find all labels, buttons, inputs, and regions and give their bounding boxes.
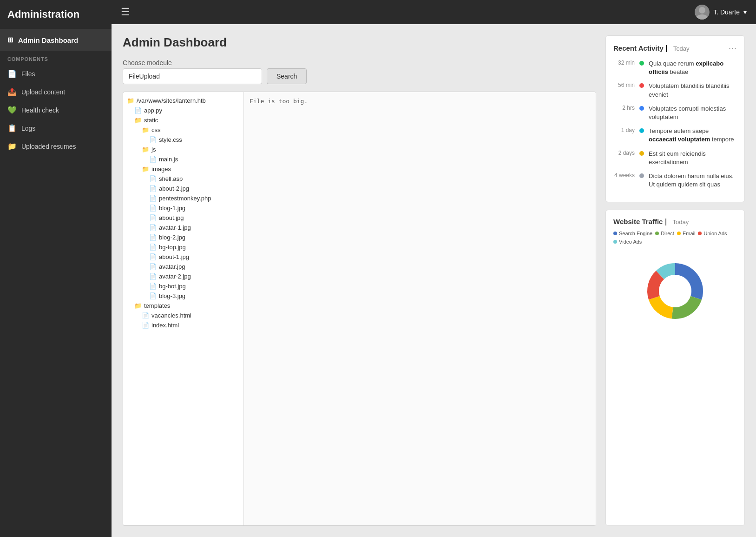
tree-item-index-html[interactable]: 📄index.html (123, 320, 243, 330)
activity-time-1: 56 min (613, 82, 635, 88)
avatar-jpg-icon: 📄 (149, 263, 157, 270)
files-icon: 📄 (7, 69, 17, 78)
activity-item-0: 32 min Quia quae rerum explicabo officii… (613, 60, 737, 76)
module-row: Search (123, 68, 596, 84)
app-py-label: app.py (144, 107, 162, 114)
sidebar-item-files[interactable]: 📄Files (0, 65, 112, 83)
activity-text-2: Voluptates corrupti molestias voluptatem (649, 105, 737, 121)
activity-dot-5 (639, 173, 644, 178)
topbar: ☰ T. Duarte ▾ (112, 0, 756, 24)
sidebar-components-label: COMPONENTS (0, 51, 112, 65)
css-label: css (151, 126, 161, 133)
legend-label-2: Email (683, 231, 696, 236)
activity-list: 32 min Quia quae rerum explicabo officii… (613, 60, 737, 189)
tree-item-images[interactable]: 📁images (123, 164, 243, 174)
bg-top-jpg-icon: 📄 (149, 244, 157, 251)
ra-title-group: Recent Activity | Today (613, 44, 690, 53)
activity-dot-4 (639, 151, 644, 156)
templates-icon: 📁 (134, 302, 142, 309)
static-icon: 📁 (134, 117, 142, 124)
main-js-icon: 📄 (149, 156, 157, 163)
health-check-icon: 💚 (7, 106, 17, 114)
svg-point-1 (697, 14, 708, 20)
user-info[interactable]: T. Duarte ▾ (695, 5, 747, 20)
activity-time-0: 32 min (613, 60, 635, 66)
legend-label-3: Union Ads (703, 231, 727, 236)
sidebar-items: 📄Files📤Upload content💚Health check📋Logs📁… (0, 65, 112, 155)
tree-item-blog-3-jpg[interactable]: 📄blog-3.jpg (123, 291, 243, 301)
shell-asp-icon: 📄 (149, 175, 157, 182)
images-icon: 📁 (142, 166, 149, 172)
tree-item-about-1-jpg[interactable]: 📄about-1.jpg (123, 252, 243, 262)
tree-item-shell-asp[interactable]: 📄shell.asp (123, 174, 243, 184)
activity-item-3: 1 day Tempore autem saepe occaecati volu… (613, 127, 737, 144)
tree-item-root[interactable]: 📁/var/www/sites/lantern.htb (123, 96, 243, 106)
sidebar-item-uploaded-resumes[interactable]: 📁Uploaded resumes (0, 137, 112, 155)
content-area: Admin Dashboard Choose modeule Search 📁/… (112, 24, 756, 537)
about-2-jpg-label: about-2.jpg (159, 185, 189, 192)
tree-item-bg-bot-jpg[interactable]: 📄bg-bot.jpg (123, 281, 243, 291)
about-1-jpg-icon: 📄 (149, 253, 157, 260)
activity-item-2: 2 hrs Voluptates corrupti molestias volu… (613, 105, 737, 121)
tree-item-css[interactable]: 📁css (123, 125, 243, 135)
tree-item-bg-top-jpg[interactable]: 📄bg-top.jpg (123, 242, 243, 252)
wt-header: Website Traffic | Today (613, 218, 737, 226)
tree-item-avatar-1-jpg[interactable]: 📄avatar-1.jpg (123, 223, 243, 232)
tree-item-main-js[interactable]: 📄main.js (123, 154, 243, 164)
sidebar-item-logs[interactable]: 📋Logs (0, 119, 112, 137)
dashboard-icon: ⊞ (7, 36, 13, 44)
bg-bot-jpg-label: bg-bot.jpg (159, 283, 186, 290)
uploaded-resumes-icon: 📁 (7, 142, 17, 151)
module-input[interactable] (123, 68, 262, 84)
js-label: js (151, 146, 156, 153)
activity-text-3: Tempore autem saepe occaecati voluptatem… (649, 127, 737, 144)
sidebar-item-label-uploaded-resumes: Uploaded resumes (21, 143, 76, 150)
hamburger-button[interactable]: ☰ (121, 6, 130, 18)
pentestmonkey-php-icon: 📄 (149, 195, 157, 202)
activity-text-1: Voluptatem blanditiis blanditiis eveniet (649, 82, 737, 99)
tree-item-avatar-jpg[interactable]: 📄avatar.jpg (123, 262, 243, 272)
static-label: static (144, 117, 158, 124)
sidebar-admin-dashboard-label: Admin Dashboard (18, 36, 78, 44)
tree-item-vacancies-html[interactable]: 📄vacancies.html (123, 311, 243, 320)
file-preview: File is too big. (244, 92, 596, 525)
tree-item-about-2-jpg[interactable]: 📄about-2.jpg (123, 184, 243, 193)
sidebar-item-label-files: Files (21, 70, 35, 78)
donut-segment-2 (649, 296, 673, 319)
donut-segment-0 (675, 263, 703, 300)
about-jpg-label: about.jpg (159, 214, 184, 221)
activity-dot-0 (639, 61, 644, 66)
user-dropdown-icon[interactable]: ▾ (743, 8, 747, 16)
tree-item-blog-2-jpg[interactable]: 📄blog-2.jpg (123, 232, 243, 242)
tree-item-app-py[interactable]: 📄app.py (123, 106, 243, 115)
activity-item-5: 4 weeks Dicta dolorem harum nulla eius. … (613, 172, 737, 189)
sidebar-item-upload-content[interactable]: 📤Upload content (0, 83, 112, 101)
ra-more-button[interactable]: ··· (729, 43, 737, 53)
activity-text-5: Dicta dolorem harum nulla eius. Ut quide… (649, 172, 737, 189)
sidebar-admin-dashboard[interactable]: ⊞ Admin Dashboard (0, 29, 112, 51)
bg-bot-jpg-icon: 📄 (149, 283, 157, 290)
tree-item-templates[interactable]: 📁templates (123, 301, 243, 311)
tree-item-blog-1-jpg[interactable]: 📄blog-1.jpg (123, 203, 243, 213)
blog-2-jpg-icon: 📄 (149, 234, 157, 241)
main-js-label: main.js (159, 156, 178, 163)
wt-period: Today (672, 219, 689, 225)
search-button[interactable]: Search (267, 68, 307, 84)
tree-item-style-css[interactable]: 📄style.css (123, 135, 243, 145)
tree-item-pentestmonkey-php[interactable]: 📄pentestmonkey.php (123, 193, 243, 203)
about-1-jpg-label: about-1.jpg (159, 253, 189, 260)
tree-item-avatar-2-jpg[interactable]: 📄avatar-2.jpg (123, 272, 243, 281)
legend-item-0: Search Engine (613, 231, 652, 236)
main-wrapper: ☰ T. Duarte ▾ Admin Dashboard Choose mod… (112, 0, 756, 537)
donut-segment-1 (671, 296, 702, 319)
tree-item-static[interactable]: 📁static (123, 115, 243, 125)
ra-separator: | (665, 44, 670, 52)
donut-chart (638, 254, 712, 328)
js-icon: 📁 (142, 146, 149, 153)
legend-label-1: Direct (661, 231, 674, 236)
tree-item-js[interactable]: 📁js (123, 145, 243, 154)
activity-time-4: 2 days (613, 150, 635, 156)
activity-dot-3 (639, 128, 644, 133)
sidebar-item-health-check[interactable]: 💚Health check (0, 101, 112, 119)
tree-item-about-jpg[interactable]: 📄about.jpg (123, 213, 243, 223)
